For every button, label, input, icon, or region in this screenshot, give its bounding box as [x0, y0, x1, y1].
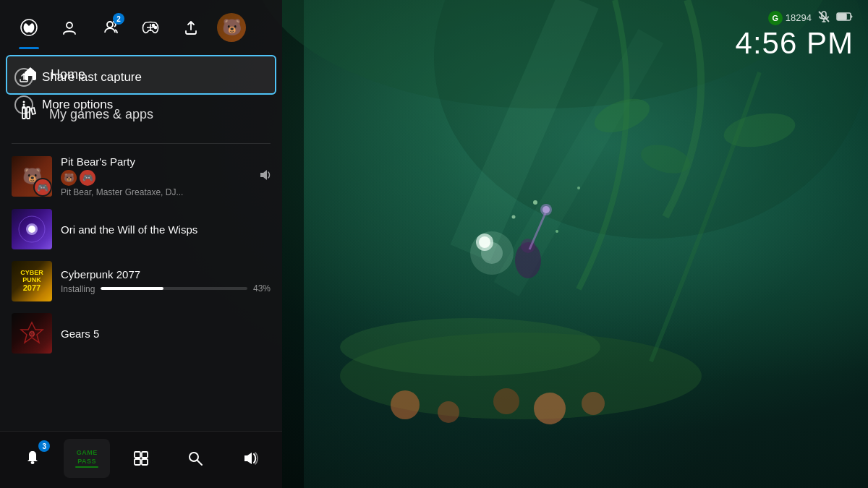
share-icon	[14, 68, 33, 87]
svg-point-30	[107, 22, 113, 27]
svg-line-27	[529, 213, 545, 249]
svg-point-16	[721, 108, 798, 153]
svg-point-31	[153, 25, 155, 27]
status-area: G 18294 4:56 PM	[736, 10, 854, 59]
game-title-cyberpunk: Cyberpunk 2077	[61, 268, 271, 281]
search-button[interactable]	[172, 439, 218, 478]
svg-point-4	[340, 318, 600, 376]
game-title-ori: Ori and the Will of the Wisps	[61, 223, 271, 236]
svg-line-6	[506, 36, 651, 289]
svg-point-14	[590, 93, 655, 140]
svg-point-23	[515, 242, 541, 278]
game-item-cyberpunk[interactable]: CYBERPUNK2077 Cyberpunk 2077 Installing …	[0, 255, 282, 307]
game-info-gears5: Gears 5	[61, 328, 271, 340]
svg-point-32	[155, 27, 157, 29]
game-thumb-gears5: ⚙	[12, 313, 52, 354]
svg-point-10	[438, 401, 459, 423]
top-navigation: 2 🐻	[0, 0, 282, 51]
svg-point-25	[540, 204, 552, 215]
svg-point-19	[512, 215, 516, 219]
profile-nav-icon[interactable]	[52, 10, 87, 45]
svg-point-7	[470, 231, 514, 275]
svg-point-47	[23, 101, 25, 103]
svg-point-11	[493, 388, 519, 414]
svg-rect-55	[838, 14, 846, 20]
notifications-button[interactable]: 3	[9, 439, 56, 478]
game-info-pitbear: Pit Bear's Party 🐻 🎮 Pit Bear, Master Gr…	[61, 155, 249, 197]
menu-divider	[12, 143, 271, 144]
game-title-pitbear: Pit Bear's Party	[61, 155, 249, 168]
svg-point-49	[23, 107, 25, 109]
svg-point-22	[479, 236, 490, 248]
svg-point-13	[582, 392, 605, 415]
game-info-ori: Ori and the Will of the Wisps	[61, 223, 271, 236]
svg-point-20	[577, 187, 580, 189]
store-button[interactable]	[118, 439, 164, 478]
game-list: 🐻 🎮 Pit Bear's Party 🐻 🎮 Pit Bear, Maste…	[0, 150, 282, 431]
game-subtitle-pitbear: Pit Bear, Master Greataxe, DJ...	[61, 187, 249, 197]
xbox-home-icon[interactable]	[12, 10, 46, 45]
volume-button[interactable]	[226, 439, 273, 478]
game-info-cyberpunk: Cyberpunk 2077 Installing 43%	[61, 268, 271, 294]
volume-icon-pitbear	[258, 168, 271, 184]
game-item-pitbear[interactable]: 🐻 🎮 Pit Bear's Party 🐻 🎮 Pit Bear, Maste…	[0, 150, 282, 203]
svg-point-3	[340, 333, 702, 419]
svg-point-29	[67, 22, 72, 28]
game-thumb-pitbear: 🐻 🎮	[12, 156, 52, 197]
svg-point-40	[31, 461, 35, 464]
svg-point-37	[28, 226, 35, 233]
battery-icon	[836, 12, 854, 24]
status-row: G 18294	[736, 10, 854, 25]
bottom-bar: 3 GAME PASS	[0, 431, 282, 488]
more-options-item[interactable]: More options	[14, 91, 142, 119]
svg-point-26	[542, 206, 550, 213]
installing-label: Installing	[61, 284, 95, 294]
svg-point-12	[534, 393, 566, 424]
upload-nav-icon[interactable]	[174, 10, 208, 45]
friends-badge: 2	[113, 13, 124, 25]
share-capture-item[interactable]: Share last capture	[14, 64, 142, 91]
gamerscore-icon: G	[768, 11, 783, 25]
gamerscore-value: 18294	[786, 12, 812, 23]
game-thumb-ori	[12, 209, 52, 249]
notifications-badge: 3	[38, 440, 50, 452]
svg-point-48	[23, 104, 25, 106]
svg-text:⚙: ⚙	[28, 330, 35, 338]
game-item-ori[interactable]: Ori and the Will of the Wisps	[0, 203, 282, 255]
svg-rect-41	[135, 452, 140, 458]
more-options-icon	[14, 95, 33, 114]
progress-percent: 43%	[253, 283, 271, 294]
share-capture-label: Share last capture	[42, 70, 142, 85]
friends-nav-icon[interactable]: 2	[93, 10, 127, 45]
svg-point-24	[521, 239, 535, 253]
gamerscore-display: G 18294	[768, 11, 812, 25]
overlay-menu: Share last capture More options	[14, 64, 142, 119]
svg-point-21	[476, 234, 493, 251]
mic-muted-icon	[817, 10, 830, 25]
svg-rect-43	[135, 459, 140, 465]
svg-point-45	[190, 453, 198, 461]
svg-line-5	[470, 0, 579, 253]
svg-line-46	[197, 461, 202, 465]
controller-nav-icon[interactable]	[133, 10, 168, 45]
game-pass-button[interactable]: GAME PASS	[64, 439, 110, 478]
progress-bar	[101, 287, 247, 290]
progress-fill	[101, 287, 163, 290]
install-progress-row: Installing 43%	[61, 283, 271, 294]
svg-point-15	[638, 140, 694, 179]
game-item-gears5[interactable]: ⚙ Gears 5	[0, 307, 282, 359]
avatar-nav-icon[interactable]: 🐻	[214, 10, 249, 45]
svg-point-8	[481, 242, 503, 264]
svg-point-17	[533, 200, 537, 205]
svg-point-18	[556, 230, 558, 233]
svg-rect-42	[142, 452, 148, 458]
clock-display: 4:56 PM	[736, 28, 854, 59]
game-thumb-cyberpunk: CYBERPUNK2077	[12, 261, 52, 301]
svg-rect-44	[142, 459, 148, 465]
game-title-gears5: Gears 5	[61, 328, 271, 340]
more-options-label: More options	[42, 98, 113, 112]
svg-point-9	[391, 390, 420, 419]
